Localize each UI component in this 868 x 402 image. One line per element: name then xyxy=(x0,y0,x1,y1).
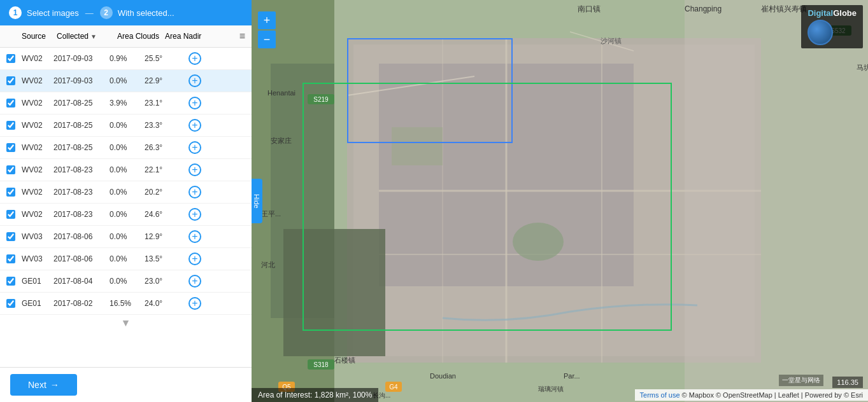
cell-source: WV02 xyxy=(22,121,53,130)
add-row-button[interactable]: + xyxy=(189,52,201,65)
table-row[interactable]: WV03 2017-08-06 0.0% 13.5° + xyxy=(0,248,252,270)
cell-clouds: 0.0% xyxy=(110,188,145,197)
svg-text:南口镇: 南口镇 xyxy=(578,4,601,13)
cell-clouds: 0.0% xyxy=(110,254,145,263)
dg-globe-icon xyxy=(808,20,833,45)
aoi-label: Area of Interest: 1,828 km², 100% xyxy=(252,388,378,402)
cell-collected: 2017-08-25 xyxy=(53,143,110,152)
cell-source: WV02 xyxy=(22,99,53,107)
add-row-button[interactable]: + xyxy=(189,141,201,154)
cell-source: WV02 xyxy=(22,165,53,174)
add-row-button[interactable]: + xyxy=(189,186,201,198)
table-row[interactable]: WV02 2017-08-23 0.0% 20.2° + xyxy=(0,181,252,204)
row-checkbox[interactable] xyxy=(6,76,15,85)
hamburger-menu[interactable]: ≡ xyxy=(239,31,245,42)
cell-clouds: 0.0% xyxy=(110,232,145,241)
svg-text:Par...: Par... xyxy=(564,372,580,380)
cell-source: WV02 xyxy=(22,143,53,152)
svg-rect-13 xyxy=(283,229,385,356)
svg-text:石楼镇: 石楼镇 xyxy=(334,356,355,364)
add-row-button[interactable]: + xyxy=(189,230,201,243)
add-row-button[interactable]: + xyxy=(189,297,201,310)
digitalglobe-logo: DigitalGlobe xyxy=(801,5,863,48)
add-row-button[interactable]: + xyxy=(189,119,201,132)
table-row[interactable]: WV02 2017-08-25 3.9% 23.1° + xyxy=(0,92,252,114)
terms-link[interactable]: Terms of use xyxy=(640,391,680,399)
step-header: 1 Select images — 2 With selected... xyxy=(0,0,252,25)
row-checkbox[interactable] xyxy=(6,54,15,63)
left-panel: 1 Select images — 2 With selected... Sou… xyxy=(0,0,252,402)
add-row-button[interactable]: + xyxy=(189,208,201,221)
add-row-button[interactable]: + xyxy=(189,74,201,87)
cell-nadir: 22.1° xyxy=(145,165,186,174)
zoom-controls: + − xyxy=(258,11,276,48)
cell-collected: 2017-08-04 xyxy=(53,277,110,286)
sort-icon[interactable]: ▼ xyxy=(90,33,97,40)
svg-text:S318: S318 xyxy=(313,361,329,368)
cell-nadir: 12.9° xyxy=(145,232,186,241)
row-checkbox[interactable] xyxy=(6,254,15,263)
col-clouds-header: Area Clouds xyxy=(117,32,165,41)
table-row[interactable]: WV02 2017-08-25 0.0% 23.3° + xyxy=(0,114,252,137)
col-nadir-header: Area Nadir xyxy=(165,32,216,41)
cell-clouds: 0.0% xyxy=(110,210,145,219)
cell-clouds: 16.5% xyxy=(110,299,145,308)
cell-collected: 2017-08-23 xyxy=(53,210,110,219)
cell-nadir: 22.9° xyxy=(145,76,186,85)
cell-collected: 2017-08-06 xyxy=(53,254,110,263)
row-checkbox[interactable] xyxy=(6,121,15,130)
row-checkbox[interactable] xyxy=(6,188,15,197)
cell-nadir: 23.3° xyxy=(145,121,186,130)
cell-collected: 2017-09-03 xyxy=(53,54,110,63)
row-checkbox[interactable] xyxy=(6,299,15,308)
svg-point-11 xyxy=(513,223,564,261)
table-row[interactable]: WV02 2017-09-03 0.9% 25.5° + xyxy=(0,48,252,70)
table-row[interactable]: GE01 2017-08-02 16.5% 24.0° + xyxy=(0,293,252,315)
row-checkbox[interactable] xyxy=(6,99,15,107)
row-checkbox[interactable] xyxy=(6,165,15,174)
cell-collected: 2017-08-25 xyxy=(53,121,110,130)
cell-source: WV02 xyxy=(22,210,53,219)
cell-nadir: 25.5° xyxy=(145,54,186,63)
cell-nadir: 20.2° xyxy=(145,188,186,197)
cell-collected: 2017-08-23 xyxy=(53,188,110,197)
table-row[interactable]: GE01 2017-08-04 0.0% 23.0° + xyxy=(0,270,252,293)
col-collected-header: Collected ▼ xyxy=(57,32,117,41)
table-row[interactable]: WV02 2017-08-25 0.0% 26.3° + xyxy=(0,137,252,159)
table-row[interactable]: WV03 2017-08-06 0.0% 12.9° + xyxy=(0,226,252,248)
step1-circle: 1 xyxy=(9,6,22,19)
row-checkbox[interactable] xyxy=(6,143,15,152)
row-checkbox[interactable] xyxy=(6,232,15,241)
add-row-button[interactable]: + xyxy=(189,163,201,176)
svg-text:Doudian: Doudian xyxy=(430,372,456,380)
cell-nadir: 26.3° xyxy=(145,143,186,152)
svg-rect-12 xyxy=(392,127,443,165)
row-checkbox[interactable] xyxy=(6,210,15,219)
next-button[interactable]: Next → xyxy=(10,374,77,396)
row-checkbox[interactable] xyxy=(6,277,15,286)
cell-source: WV02 xyxy=(22,76,53,85)
cell-clouds: 0.0% xyxy=(110,121,145,130)
add-row-button[interactable]: + xyxy=(189,275,201,288)
cell-clouds: 3.9% xyxy=(110,99,145,107)
add-row-button[interactable]: + xyxy=(189,97,201,109)
cell-clouds: 0.0% xyxy=(110,76,145,85)
table-row[interactable]: WV02 2017-08-23 0.0% 24.6° + xyxy=(0,204,252,226)
map-area[interactable]: 南口镇 Changping 崔村镇兴寿镇 沙河镇 Henantai 安家庄 王平… xyxy=(252,0,868,402)
status-bar: Area of Interest: 1,828 km², 100% Terms … xyxy=(252,388,868,402)
step2-circle: 2 xyxy=(100,6,113,19)
cell-collected: 2017-08-02 xyxy=(53,299,110,308)
zoom-out-button[interactable]: − xyxy=(258,31,276,48)
cell-nadir: 13.5° xyxy=(145,254,186,263)
add-row-button[interactable]: + xyxy=(189,253,201,265)
coordinates-display: 116.35 xyxy=(832,377,863,388)
scroll-down-indicator: ▼ xyxy=(0,315,252,331)
cell-nadir: 24.0° xyxy=(145,299,186,308)
hide-panel-button[interactable]: Hide xyxy=(252,179,262,223)
bottom-bar: Next → xyxy=(0,367,252,402)
table-row[interactable]: WV02 2017-09-03 0.0% 22.9° + xyxy=(0,70,252,92)
cell-clouds: 0.9% xyxy=(110,54,145,63)
table-row[interactable]: WV02 2017-08-23 0.0% 22.1° + xyxy=(0,159,252,181)
svg-text:沙河镇: 沙河镇 xyxy=(601,37,622,45)
zoom-in-button[interactable]: + xyxy=(258,11,276,29)
